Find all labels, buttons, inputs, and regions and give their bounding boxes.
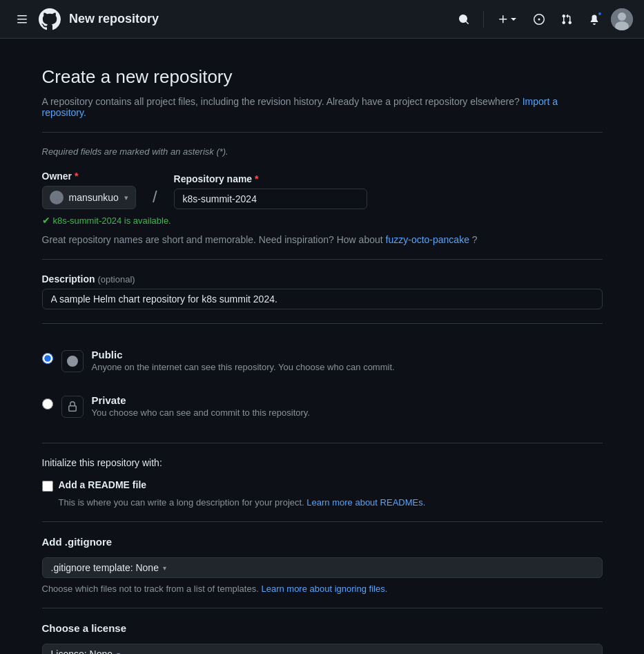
repo-name-input[interactable] [174, 189, 367, 209]
availability-message: ✔ k8s-summit-2024 is available. [42, 215, 603, 226]
readme-row: Add a README file [42, 479, 603, 492]
private-radio[interactable] [42, 398, 53, 410]
gitignore-link[interactable]: Learn more about ignoring files. [261, 584, 387, 594]
gitignore-hint: Choose which files not to track from a l… [42, 584, 603, 594]
public-option[interactable]: Public Anyone on the internet can see th… [42, 338, 603, 383]
slash-divider: / [153, 187, 157, 206]
gitignore-label: Add .gitignore [42, 536, 603, 548]
owner-repo-row: Owner * mansunkuo ▾ / Repository name * [42, 171, 603, 209]
github-logo[interactable] [39, 8, 61, 30]
public-content: Public Anyone on the internet can see th… [92, 349, 603, 372]
nav-title: New repository [69, 12, 159, 26]
inspiration-text: Great repository names are short and mem… [42, 234, 603, 245]
readme-link[interactable]: Learn more about READMEs. [306, 497, 425, 508]
issues-button[interactable] [528, 8, 550, 30]
divider-1 [42, 132, 603, 133]
init-label: Initialize this repository with: [42, 457, 603, 468]
divider-3 [42, 323, 603, 324]
readme-checkbox[interactable] [42, 481, 53, 492]
license-label: Choose a license [42, 622, 603, 634]
suggestion-link[interactable]: fuzzy-octo-pancake [386, 234, 469, 245]
navbar: New repository [0, 0, 644, 39]
page-heading: Create a new repository [42, 66, 603, 88]
page-subtitle: A repository contains all project files,… [42, 96, 603, 118]
notification-dot [597, 11, 603, 17]
license-group: Choose a license License: None ▾ [42, 622, 603, 654]
owner-chevron-icon: ▾ [124, 193, 128, 202]
public-radio[interactable] [42, 353, 53, 364]
check-icon: ✔ [42, 215, 50, 226]
private-content: Private You choose who can see and commi… [92, 394, 603, 418]
readme-hint: This is where you can write a long descr… [59, 497, 603, 508]
owner-required-star: * [75, 171, 78, 182]
owner-avatar [50, 191, 64, 204]
license-dropdown[interactable]: License: None ▾ [42, 644, 603, 654]
nav-divider [483, 11, 484, 28]
hamburger-menu-button[interactable] [11, 8, 33, 30]
owner-select[interactable]: mansunkuo ▾ [42, 186, 136, 209]
new-item-button[interactable] [492, 8, 523, 30]
avatar[interactable] [611, 8, 633, 30]
owner-group: Owner * mansunkuo ▾ [42, 171, 136, 209]
pull-requests-button[interactable] [556, 8, 578, 30]
main-content: Create a new repository A repository con… [26, 39, 619, 654]
divider-6 [42, 608, 603, 608]
gitignore-chevron-icon: ▾ [163, 564, 166, 572]
gitignore-group: Add .gitignore .gitignore template: None… [42, 536, 603, 578]
gitignore-dropdown[interactable]: .gitignore template: None ▾ [42, 557, 603, 578]
private-option[interactable]: Private You choose who can see and commi… [42, 383, 603, 429]
description-group: Description (optional) [42, 273, 603, 309]
search-button[interactable] [453, 8, 475, 30]
repo-name-required-star: * [255, 173, 258, 184]
divider-5 [42, 521, 603, 522]
repo-name-label: Repository name * [174, 173, 367, 184]
required-note: Required fields are marked with an aster… [42, 146, 603, 157]
divider-4 [42, 443, 603, 443]
readme-label: Add a README file [59, 479, 147, 490]
repo-name-group: Repository name * [174, 173, 367, 209]
svg-point-1 [618, 12, 626, 21]
license-chevron-icon: ▾ [117, 651, 120, 655]
description-label: Description (optional) [42, 273, 603, 285]
inbox-button[interactable] [583, 8, 605, 30]
public-icon [61, 350, 84, 372]
private-icon [61, 396, 84, 418]
owner-label: Owner * [42, 171, 136, 182]
description-input[interactable] [42, 289, 603, 309]
divider-2 [42, 259, 603, 260]
